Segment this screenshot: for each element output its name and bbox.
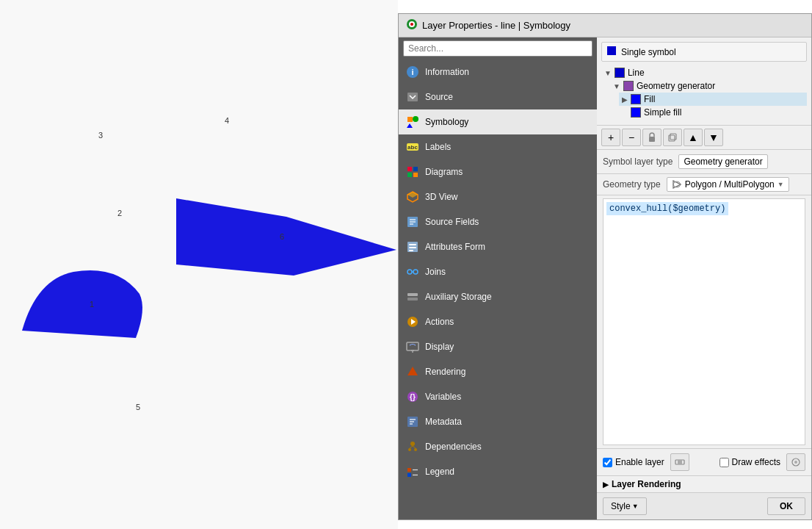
svg-point-59 — [794, 461, 797, 464]
enable-layer-checkbox[interactable] — [603, 458, 612, 467]
tree-label-simple-fill: Simple fill — [644, 107, 681, 118]
sidebar-item-symbology[interactable]: Symbology — [399, 109, 597, 134]
duplicate-symbol-button[interactable] — [663, 129, 682, 146]
dependencies-icon — [406, 440, 419, 453]
svg-rect-29 — [407, 293, 418, 296]
draw-effects-checkbox[interactable] — [719, 458, 729, 467]
style-button-label: Style — [611, 501, 631, 511]
tree-arrow-geometry: ▼ — [613, 82, 620, 90]
tree-arrow-fill: ▶ — [622, 96, 628, 104]
draw-effects-settings-button[interactable] — [786, 453, 805, 471]
symbol-layer-type-row: Symbol layer type Geometry generator — [597, 150, 811, 174]
svg-rect-47 — [407, 468, 411, 472]
right-content-panel: Single symbol ▼ Line ▼ Geometry generato… — [597, 37, 811, 519]
rendering-icon — [406, 365, 419, 378]
sidebar-label-display: Display — [425, 342, 454, 352]
layer-rendering-title[interactable]: ▶ Layer Rendering — [603, 479, 805, 489]
tree-row-line[interactable]: ▼ Line — [601, 66, 807, 79]
svg-line-46 — [413, 446, 416, 448]
svg-rect-51 — [607, 46, 616, 55]
layer-rendering-section: ▶ Layer Rendering — [597, 475, 811, 492]
code-editor[interactable]: convex_hull($geometry) — [603, 198, 805, 445]
enable-layer-label: Enable layer — [615, 457, 664, 467]
variables-icon: {} — [406, 390, 419, 403]
svg-rect-32 — [407, 342, 418, 350]
sidebar-item-metadata[interactable]: Metadata — [399, 409, 597, 434]
sidebar-item-3dview[interactable]: 3D View — [399, 184, 597, 209]
geometry-type-dropdown[interactable]: Polygon / MultiPolygon ▼ — [667, 177, 789, 192]
tree-label-geometry-generator: Geometry generator — [637, 81, 715, 91]
sidebar-label-joins: Joins — [425, 267, 446, 277]
svg-rect-30 — [407, 298, 418, 301]
tree-row-fill[interactable]: ▶ Fill — [619, 93, 807, 106]
sidebar-item-labels[interactable]: abc Labels — [399, 134, 597, 159]
svg-point-27 — [413, 270, 418, 274]
legend-icon — [406, 465, 419, 478]
symbology-icon — [406, 115, 419, 129]
ok-button[interactable]: OK — [767, 497, 805, 515]
svg-point-3 — [410, 23, 413, 26]
svg-point-26 — [407, 270, 412, 274]
enable-layer-icon-button[interactable] — [670, 453, 689, 471]
svg-rect-25 — [409, 250, 413, 251]
style-button[interactable]: Style ▼ — [603, 497, 647, 515]
enable-layer-checkbox-label[interactable]: Enable layer — [603, 457, 664, 467]
sidebar-item-attributes-form[interactable]: Attributes Form — [399, 234, 597, 259]
sidebar-item-actions[interactable]: Actions — [399, 309, 597, 334]
svg-point-44 — [414, 448, 417, 451]
geometry-type-dropdown-arrow: ▼ — [777, 181, 784, 188]
sidebar-label-legend: Legend — [425, 467, 454, 477]
map-label-5: 5 — [136, 403, 140, 411]
draw-effects-label[interactable]: Draw effects — [719, 457, 780, 467]
move-down-button[interactable]: ▼ — [704, 129, 723, 146]
move-up-button[interactable]: ▲ — [684, 129, 703, 146]
sidebar-item-legend[interactable]: Legend — [399, 459, 597, 484]
layer-properties-panel: Layer Properties - line | Symbology i In… — [398, 13, 812, 520]
symbol-header: Single symbol — [601, 42, 807, 62]
sidebar-item-source[interactable]: Source — [399, 84, 597, 109]
attributes-form-icon — [406, 240, 419, 253]
svg-rect-57 — [678, 460, 682, 464]
sidebar-item-joins[interactable]: Joins — [399, 259, 597, 284]
sidebar-item-diagrams[interactable]: Diagrams — [399, 159, 597, 184]
map-label-4: 4 — [225, 116, 229, 125]
svg-text:abc: abc — [407, 144, 418, 151]
sidebar: i Information Source Symbology — [399, 37, 597, 519]
sidebar-item-dependencies[interactable]: Dependencies — [399, 434, 597, 459]
sidebar-item-variables[interactable]: {} Variables — [399, 384, 597, 409]
sidebar-item-auxiliary-storage[interactable]: Auxiliary Storage — [399, 284, 597, 309]
metadata-icon — [406, 415, 419, 428]
sidebar-label-symbology: Symbology — [425, 117, 468, 127]
remove-symbol-button[interactable]: − — [622, 129, 641, 146]
svg-rect-53 — [669, 135, 675, 141]
bottom-controls: Enable layer Draw effects — [597, 448, 811, 475]
sidebar-label-3dview: 3D View — [425, 192, 457, 202]
layer-rendering-arrow: ▶ — [603, 481, 609, 489]
svg-rect-23 — [409, 244, 416, 245]
search-bar — [399, 37, 597, 60]
map-label-3: 3 — [98, 131, 103, 140]
tree-row-simple-fill[interactable]: Simple fill — [628, 106, 807, 119]
svg-point-8 — [413, 116, 418, 122]
sidebar-item-rendering[interactable]: Rendering — [399, 359, 597, 384]
add-symbol-button[interactable]: + — [601, 129, 620, 146]
search-input[interactable] — [403, 40, 592, 57]
tree-row-geometry-generator[interactable]: ▼ Geometry generator — [610, 79, 807, 93]
sidebar-item-information[interactable]: i Information — [399, 60, 597, 84]
sidebar-label-rendering: Rendering — [425, 367, 465, 377]
sidebar-item-display[interactable]: Display — [399, 334, 597, 359]
dialog-footer: Style ▼ OK — [597, 492, 811, 519]
svg-marker-9 — [407, 123, 413, 128]
svg-rect-12 — [407, 167, 412, 171]
tree-label-line: Line — [628, 68, 645, 78]
sidebar-item-source-fields[interactable]: Source Fields — [399, 209, 597, 234]
svg-point-43 — [408, 448, 411, 451]
svg-point-42 — [410, 442, 415, 446]
svg-rect-13 — [413, 167, 418, 171]
style-button-arrow: ▼ — [632, 503, 639, 510]
sidebar-label-labels: Labels — [425, 142, 451, 152]
symbol-tree: ▼ Line ▼ Geometry generator ▶ Fill — [601, 65, 807, 120]
panel-title: Layer Properties - line | Symbology — [422, 20, 570, 31]
map-canvas: 1 2 3 4 5 6 — [0, 0, 398, 529]
lock-symbol-button[interactable] — [642, 129, 661, 146]
